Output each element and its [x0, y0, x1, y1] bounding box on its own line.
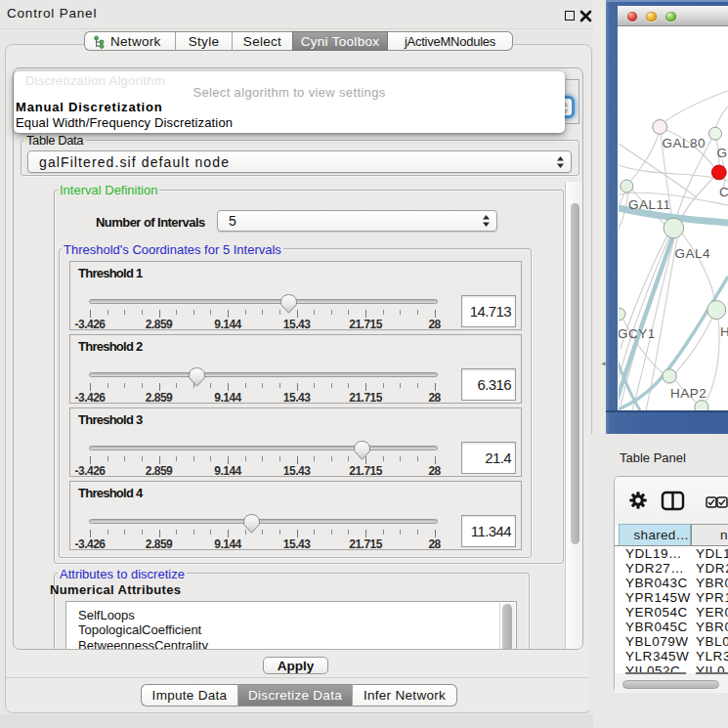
svg-text:C: C	[719, 185, 728, 199]
svg-text:G.: G.	[717, 146, 728, 160]
svg-text:GAL4: GAL4	[675, 246, 711, 261]
svg-text:GCY1: GCY1	[619, 326, 656, 341]
svg-text:GAL11: GAL11	[628, 197, 671, 212]
svg-text:H: H	[720, 324, 728, 339]
svg-text:HAP2: HAP2	[670, 386, 707, 401]
svg-text:GAL80: GAL80	[663, 136, 707, 150]
